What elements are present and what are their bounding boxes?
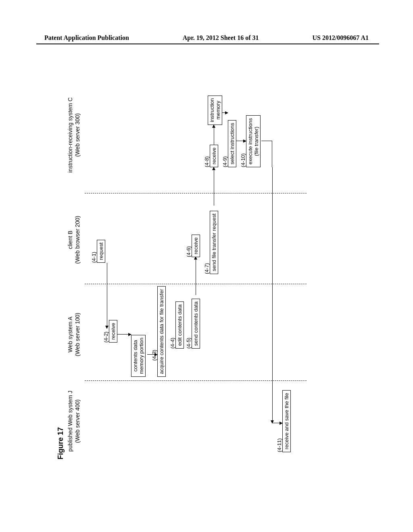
step-4-1-num: (4-1) bbox=[91, 252, 97, 263]
lane-c-header: instruction-receiving system C (Web serv… bbox=[67, 89, 81, 181]
step-4-7-num: (4-7) bbox=[204, 263, 210, 274]
figure-label: Figure 17 bbox=[56, 427, 65, 459]
header-right: US 2012/0096067 A1 bbox=[312, 34, 369, 42]
step-4-10-box: execute instructions (file transfer) bbox=[246, 115, 261, 167]
divider-ja bbox=[85, 380, 307, 381]
lane-a-header: Web system A (Web server 100) bbox=[67, 300, 81, 369]
step-4-11-box: receive and save the file bbox=[282, 390, 291, 452]
step-4-1-box: request bbox=[97, 240, 105, 263]
arrow-4-7 bbox=[214, 167, 214, 206]
header-left: Patent Application Publication bbox=[44, 34, 129, 42]
step-4-9-num: (4-9) bbox=[222, 156, 228, 167]
arrow-mem-c-down bbox=[222, 112, 228, 113]
step-4-6-num: (4-6) bbox=[186, 246, 192, 257]
contents-memory-box: contents data memory portion bbox=[131, 335, 146, 377]
lane-c-title: instruction-receiving system C bbox=[67, 89, 74, 181]
arrow-4-10-to-j bbox=[272, 167, 273, 423]
step-4-10-num: (4-10) bbox=[240, 153, 246, 167]
instruction-memory-box: instruction memory bbox=[208, 96, 222, 125]
lane-j-subtitle: (Web server 400) bbox=[74, 387, 81, 455]
step-4-5-box: send contents data bbox=[192, 299, 200, 349]
arrow-4-5 bbox=[196, 257, 196, 295]
arrow-4-1 bbox=[107, 263, 107, 328]
arrow-to-4-11 bbox=[272, 423, 282, 423]
step-4-2-box: receive bbox=[109, 320, 117, 343]
diagram-container: Figure 17 published Web system J (Web se… bbox=[0, 127, 389, 397]
lane-j-header: published Web system J (Web server 400) bbox=[67, 387, 81, 455]
lane-c-subtitle: (Web server 300) bbox=[74, 89, 81, 181]
arrow-4-9-to-4-10 bbox=[236, 141, 246, 141]
lane-j-title: published Web system J bbox=[67, 387, 74, 455]
header-center: Apr. 19, 2012 Sheet 16 of 31 bbox=[183, 34, 259, 42]
arrow-4-10-down bbox=[261, 141, 272, 141]
step-4-4-box: edit contents data bbox=[175, 301, 184, 349]
step-4-5-num: (4-5) bbox=[186, 338, 192, 349]
step-4-6-box: receive bbox=[192, 235, 200, 257]
step-4-2-num: (4-2) bbox=[103, 332, 109, 343]
divider-bc bbox=[85, 193, 307, 193]
step-4-9-box: select instructions bbox=[228, 120, 236, 167]
step-4-8-box: receive bbox=[210, 145, 218, 167]
step-4-7-box: send file transfer request bbox=[210, 211, 218, 274]
arrow-4-2-down bbox=[117, 334, 131, 335]
lane-b-subtitle: (Web browser 200) bbox=[74, 206, 81, 274]
lane-b-title: client B bbox=[67, 206, 74, 274]
step-4-8-num: (4-8) bbox=[204, 156, 210, 167]
step-4-11-num: (4-11) bbox=[276, 438, 282, 452]
arrow-4-8-mem bbox=[214, 125, 214, 145]
step-4-4-num: (4-4) bbox=[169, 338, 175, 349]
header-divider bbox=[36, 44, 379, 44]
page-header: Patent Application Publication Apr. 19, … bbox=[0, 34, 413, 42]
step-4-3-box: acquire contents data for file transfer bbox=[157, 286, 166, 377]
sequence-diagram: Figure 17 published Web system J (Web se… bbox=[52, 60, 323, 463]
lane-b-header: client B (Web browser 200) bbox=[67, 206, 81, 274]
arrow-4-10-h-stub bbox=[272, 141, 272, 167]
lane-a-title: Web system A bbox=[67, 300, 74, 369]
lane-a-subtitle: (Web server 100) bbox=[74, 300, 81, 369]
step-4-3-num: (4-3) bbox=[151, 350, 157, 361]
